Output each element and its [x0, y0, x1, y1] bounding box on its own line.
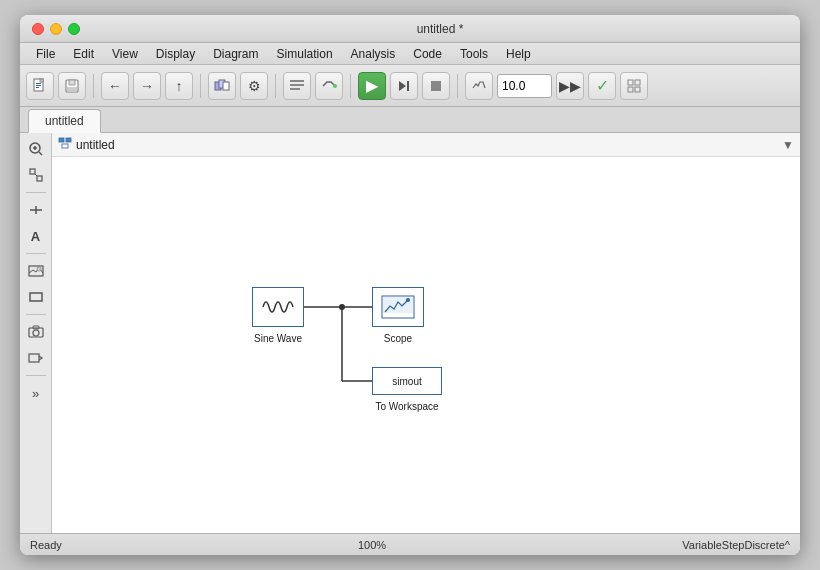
minimize-button[interactable]: [50, 23, 62, 35]
svg-rect-37: [29, 354, 39, 362]
maximize-button[interactable]: [68, 23, 80, 35]
menu-edit[interactable]: Edit: [65, 45, 102, 63]
tag-button[interactable]: [24, 346, 48, 370]
svg-rect-4: [36, 87, 39, 88]
svg-rect-1: [40, 79, 43, 82]
svg-rect-12: [290, 84, 304, 86]
menu-code[interactable]: Code: [405, 45, 450, 63]
rect-button[interactable]: [24, 285, 48, 309]
signal-button[interactable]: [465, 72, 493, 100]
svg-rect-38: [59, 138, 64, 142]
svg-rect-40: [62, 144, 68, 148]
menu-view[interactable]: View: [104, 45, 146, 63]
svg-marker-15: [399, 81, 406, 91]
svg-point-46: [339, 304, 345, 310]
toolbar: ← → ↑ ⚙ ▶ ▶▶ ✓: [20, 65, 800, 107]
zoom-fit-button[interactable]: [24, 163, 48, 187]
path-bar: untitled ▼: [52, 133, 800, 157]
camera-button[interactable]: [24, 320, 48, 344]
sidebar-sep-4: [26, 375, 46, 376]
svg-rect-21: [635, 87, 640, 92]
forward-button[interactable]: →: [133, 72, 161, 100]
new-model-button[interactable]: [26, 72, 54, 100]
tabbar: untitled: [20, 107, 800, 133]
grid-button[interactable]: [620, 72, 648, 100]
sidebar-sep-1: [26, 192, 46, 193]
svg-rect-13: [290, 88, 300, 90]
check-button[interactable]: ✓: [588, 72, 616, 100]
sim-time-input[interactable]: [497, 74, 552, 98]
svg-rect-3: [36, 85, 41, 86]
diagram-canvas[interactable]: Sine Wave Scope simout To Workspace: [52, 157, 800, 533]
svg-rect-6: [69, 80, 75, 85]
svg-point-32: [37, 267, 41, 271]
stop-button[interactable]: [422, 72, 450, 100]
menubar: File Edit View Display Diagram Simulatio…: [20, 43, 800, 65]
find-button[interactable]: [283, 72, 311, 100]
scope-block[interactable]: Scope: [372, 287, 424, 327]
run-button[interactable]: ▶: [358, 72, 386, 100]
svg-point-35: [33, 330, 39, 336]
canvas-area: untitled ▼: [52, 133, 800, 533]
status-text: Ready: [30, 539, 62, 551]
toolbar-sep-3: [275, 74, 276, 98]
traffic-lights: [32, 23, 80, 35]
toolbar-sep-5: [457, 74, 458, 98]
main-area: A » un: [20, 133, 800, 533]
menu-analysis[interactable]: Analysis: [343, 45, 404, 63]
dropdown-arrow-icon[interactable]: ▼: [782, 138, 794, 152]
main-window: untitled * File Edit View Display Diagra…: [20, 15, 800, 555]
svg-rect-17: [431, 81, 441, 91]
svg-point-49: [406, 298, 410, 302]
route-button[interactable]: [315, 72, 343, 100]
statusbar: Ready 100% VariableStepDiscrete^: [20, 533, 800, 555]
window-title: untitled *: [92, 22, 788, 36]
fast-restart-button[interactable]: ▶▶: [556, 72, 584, 100]
svg-rect-16: [407, 81, 409, 91]
svg-rect-27: [37, 176, 42, 181]
up-button[interactable]: ↑: [165, 72, 193, 100]
workspace-label: To Workspace: [375, 401, 438, 412]
zoom-in-button[interactable]: [24, 137, 48, 161]
svg-rect-7: [67, 87, 77, 91]
solver-name: VariableStepDiscrete^: [682, 539, 790, 551]
menu-simulation[interactable]: Simulation: [269, 45, 341, 63]
route-lines-button[interactable]: [24, 198, 48, 222]
image-button[interactable]: [24, 259, 48, 283]
menu-help[interactable]: Help: [498, 45, 539, 63]
sine-wave-label: Sine Wave: [254, 333, 302, 344]
svg-rect-39: [66, 138, 71, 142]
svg-line-23: [39, 152, 42, 155]
svg-rect-33: [30, 293, 42, 301]
save-button[interactable]: [58, 72, 86, 100]
svg-rect-10: [223, 82, 229, 90]
connections-layer: [52, 157, 800, 533]
tab-untitled[interactable]: untitled: [28, 109, 101, 133]
toolbar-sep-2: [200, 74, 201, 98]
close-button[interactable]: [32, 23, 44, 35]
menu-display[interactable]: Display: [148, 45, 203, 63]
menu-tools[interactable]: Tools: [452, 45, 496, 63]
svg-point-14: [333, 84, 337, 88]
step-button[interactable]: [390, 72, 418, 100]
text-tool-button[interactable]: A: [24, 224, 48, 248]
zoom-level: 100%: [62, 539, 683, 551]
library-button[interactable]: [208, 72, 236, 100]
sidebar-sep-3: [26, 314, 46, 315]
workspace-display-text: simout: [392, 376, 421, 387]
to-workspace-block[interactable]: simout To Workspace: [372, 367, 442, 395]
expand-button[interactable]: »: [24, 381, 48, 405]
menu-file[interactable]: File: [28, 45, 63, 63]
svg-rect-2: [36, 83, 41, 84]
breadcrumb-path: untitled: [76, 138, 778, 152]
toolbar-sep-4: [350, 74, 351, 98]
left-sidebar: A »: [20, 133, 52, 533]
svg-rect-26: [30, 169, 35, 174]
back-button[interactable]: ←: [101, 72, 129, 100]
settings-button[interactable]: ⚙: [240, 72, 268, 100]
svg-rect-19: [635, 80, 640, 85]
sine-wave-block[interactable]: Sine Wave: [252, 287, 304, 327]
menu-diagram[interactable]: Diagram: [205, 45, 266, 63]
sidebar-sep-2: [26, 253, 46, 254]
svg-rect-18: [628, 80, 633, 85]
